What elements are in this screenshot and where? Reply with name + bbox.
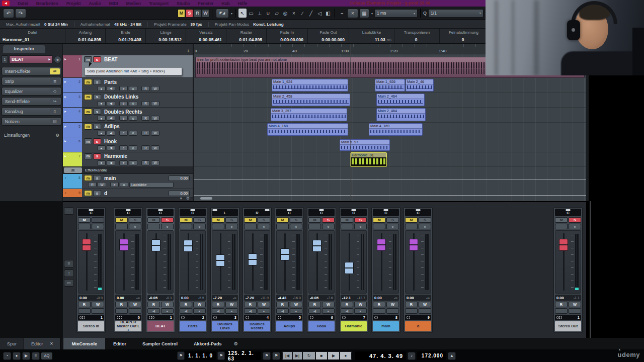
channel-name[interactable]: d — [405, 321, 431, 331]
write-automation-button[interactable]: W — [151, 145, 159, 150]
solo-button[interactable]: S — [258, 217, 270, 223]
go-to-next-marker-button[interactable]: ▶| — [292, 351, 302, 360]
info-field[interactable]: Fade-In 0:00:00.000 — [267, 29, 308, 43]
write-automation-button[interactable]: W — [98, 182, 106, 187]
pan-knob[interactable] — [213, 209, 217, 211]
punch-in-button[interactable]: ⚑ — [263, 352, 271, 360]
channel-name[interactable]: Stereo In — [78, 321, 104, 331]
mute-button[interactable]: m — [84, 56, 92, 62]
monitor-button[interactable]: ◀ — [115, 308, 128, 314]
freeze-button[interactable]: o — [129, 101, 137, 106]
track-name[interactable]: Hook — [104, 139, 117, 144]
solo-button[interactable]: s — [93, 94, 101, 100]
track-name[interactable]: main — [104, 175, 116, 181]
pan-knob[interactable] — [566, 209, 571, 211]
freeze-button[interactable]: o — [120, 182, 128, 187]
read-automation-button[interactable]: R — [141, 86, 150, 91]
punch-caret-icon[interactable]: ▾ — [231, 12, 232, 15]
mute-button[interactable]: M — [373, 217, 385, 223]
lower-zone-tab[interactable]: Sampler Control — [134, 338, 186, 349]
channel-name[interactable]: Doubles Rechts — [244, 321, 270, 331]
mute-button[interactable]: M — [341, 217, 353, 223]
mute-button[interactable]: M — [147, 217, 160, 223]
info-value[interactable]: 0:00:15.512 — [158, 37, 182, 42]
mixer-zoom-button[interactable]: ↕ — [64, 269, 74, 277]
edit-channel-button[interactable]: e — [119, 101, 128, 106]
menu-item[interactable]: Hilfe — [238, 1, 247, 6]
channel-level-value[interactable]: 0.00 — [181, 296, 189, 300]
go-to-previous-marker-button[interactable]: |◀ — [282, 351, 292, 360]
track-row[interactable]: ▸ 3 m s Doubles Links ● ◀ e — [63, 93, 193, 108]
info-field[interactable]: Versatz 0:00:05.461 — [186, 29, 226, 43]
record-enable-button[interactable]: ● — [161, 308, 174, 314]
fader-area[interactable] — [373, 230, 399, 294]
pan-control[interactable]: C — [405, 209, 431, 216]
solo-button[interactable]: S — [193, 217, 206, 223]
menu-item[interactable]: Audio — [89, 1, 101, 6]
fader-area[interactable] — [180, 230, 206, 294]
pan-knob[interactable] — [265, 209, 269, 211]
edit-channel-button[interactable]: e — [322, 224, 335, 229]
fader-area[interactable] — [212, 230, 238, 294]
pan-control[interactable]: L — [212, 209, 238, 216]
record-enable-button[interactable]: ● — [97, 116, 106, 121]
channel-name[interactable]: Doubles Links — [212, 321, 238, 331]
lower-zone-gear-icon[interactable]: ⚙ — [229, 338, 242, 349]
effect-folder-row[interactable]: ▤ Effektkanäle — [63, 167, 193, 174]
track-name[interactable]: BEAT — [104, 57, 117, 62]
edit-channel-button[interactable]: e — [354, 224, 367, 229]
right-locator-flag-icon[interactable]: ⚑ — [217, 351, 225, 360]
audio-quantize-button[interactable]: AQ — [41, 352, 52, 359]
tab-editor-window[interactable]: Editor × — [24, 338, 60, 349]
write-automation-button[interactable]: W — [151, 116, 159, 121]
inspector-section-icon[interactable]: ≣ — [50, 78, 60, 84]
info-value[interactable]: 0 — [415, 37, 418, 42]
pan-control[interactable]: C — [308, 209, 335, 216]
record-enable-button[interactable]: ● — [386, 308, 399, 314]
solo-button[interactable]: s — [93, 190, 101, 196]
mute-button[interactable]: m — [84, 153, 92, 159]
inspector-section[interactable]: Insert-Effekte ⇌ — [2, 67, 61, 75]
edit-channel-button[interactable]: e — [290, 224, 302, 229]
edit-channel-button[interactable]: e — [119, 86, 128, 91]
edit-channel-button[interactable]: e — [119, 160, 128, 165]
lower-zone-tab[interactable]: MixConsole — [63, 338, 105, 349]
channel-routing[interactable]: 6 — [308, 315, 335, 320]
monitor-button[interactable]: ◀ — [276, 308, 289, 314]
inspector-section-icon[interactable]: ↪ — [50, 99, 60, 105]
info-value[interactable]: 0:01:20.408 — [118, 37, 141, 42]
freeze-button[interactable]: o — [129, 160, 137, 165]
monitor-button[interactable]: ◀ — [147, 308, 160, 314]
write-automation-button[interactable]: W — [258, 302, 270, 307]
tool-button[interactable]: ∕ — [298, 9, 306, 18]
audio-clip[interactable]: Main 4_168 — [267, 123, 348, 136]
record-button[interactable]: ● — [340, 351, 352, 360]
audio-clip[interactable]: Main 1_926 — [375, 79, 405, 92]
fader-handle[interactable] — [280, 248, 289, 260]
audio-clip[interactable]: Main 2_458 — [272, 94, 350, 106]
fader-area[interactable] — [276, 230, 302, 294]
gear-icon[interactable]: ⚙ — [55, 133, 59, 138]
volume-value[interactable]: 0.00 — [169, 191, 190, 196]
edit-channel-button[interactable]: e — [110, 182, 119, 187]
fader-handle[interactable] — [216, 254, 225, 266]
lower-zone-tab[interactable]: Akkord-Pads — [186, 338, 230, 349]
info-field[interactable]: Feinabstimmung 0 — [440, 29, 488, 43]
tempo-value[interactable]: 172.000 — [417, 351, 446, 360]
solo-button[interactable]: S — [386, 217, 399, 223]
solo-button[interactable]: s — [93, 124, 101, 130]
solo-button[interactable]: s — [93, 138, 101, 144]
tool-button[interactable]: ◁ — [315, 9, 324, 18]
record-enable-button[interactable]: ● — [258, 308, 270, 314]
solo-button[interactable]: s — [93, 79, 101, 85]
left-locator-flag-icon[interactable]: ⚑ — [177, 351, 185, 360]
record-enable-button[interactable]: ● — [92, 308, 104, 314]
edit-channel-button[interactable]: e — [119, 145, 128, 150]
record-enable-button[interactable]: ● — [97, 101, 106, 106]
track-row[interactable]: ▸ 5 m s Adlips ● ◀ e — [63, 123, 193, 138]
mute-button[interactable]: m — [84, 94, 92, 100]
grid-button[interactable]: ▦ — [359, 9, 369, 18]
read-automation-button[interactable]: R — [147, 302, 160, 307]
info-field[interactable]: Datei Harmonie_01 — [0, 29, 65, 43]
channel-name[interactable]: Harmonie — [341, 321, 367, 331]
